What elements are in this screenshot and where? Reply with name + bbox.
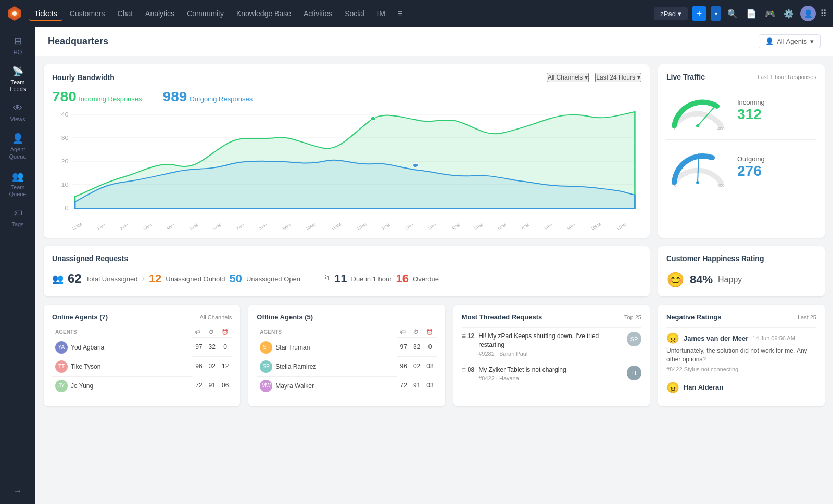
threaded-title: Most Threaded Requests [462, 313, 542, 321]
overdue-count: 16 [396, 272, 409, 286]
settings-icon[interactable]: ⚙️ [781, 7, 796, 21]
open-label: Unassigned Open [246, 275, 300, 283]
add-dropdown-button[interactable]: ▾ [711, 6, 721, 21]
search-icon[interactable]: 🔍 [725, 7, 740, 21]
sidebar-item-tags[interactable]: 🏷 Tags [2, 204, 33, 231]
negative-ratings-title: Negative Ratings [666, 313, 721, 321]
online-agents-header: Online Agents (7) All Channels [52, 313, 232, 321]
sidebar: ⊞ HQ 📡 TeamFeeds 👁 Views 👤 AgentQueue 👥 … [0, 27, 35, 504]
documents-icon[interactable]: 📄 [744, 7, 759, 21]
sidebar-item-team-queue[interactable]: 👥 TeamQueue [2, 166, 33, 202]
due-count: 11 [334, 272, 347, 286]
happiness-card: Customer Happiness Rating 😊 84% Happy [658, 246, 825, 296]
nav-item-im[interactable]: IM [372, 6, 390, 21]
channel-filter-chevron: ▾ [585, 74, 588, 81]
table-row: YA Yod Agbaria 97 32 0 [52, 338, 232, 357]
gauge-divider [666, 139, 816, 140]
happiness-value: 😊 84% Happy [666, 271, 816, 288]
incoming-gauge-value: 312 [737, 106, 765, 123]
offline-agent-name-cell: MW Mayra Walker [257, 376, 397, 395]
thread-meta: #8422 · Havana [478, 375, 566, 381]
unassigned-card: Unassigned Requests 👥 62 Total Unassigne… [44, 246, 650, 296]
thread-text: Hi! My zPad Keeps shutting down. I've tr… [478, 332, 623, 350]
thread-count: ≡ 12 [462, 332, 475, 340]
nav-item-social[interactable]: Social [339, 6, 370, 21]
nav-item-activities[interactable]: Activities [298, 6, 337, 21]
threaded-item-left: ≡ 12 Hi! My zPad Keeps shutting down. I'… [462, 332, 623, 357]
sidebar-label-hq: HQ [14, 49, 22, 55]
negative-ratings-panel: Negative Ratings Last 25 😠 James van der… [658, 305, 825, 406]
time-filter-button[interactable]: Last 24 Hours ▾ [595, 73, 641, 82]
incoming-gauge-info: Incoming 312 [737, 98, 765, 123]
onhold-count: 12 [149, 272, 161, 286]
incoming-gauge-svg: 0 400 [666, 89, 729, 131]
svg-text:400: 400 [717, 126, 725, 131]
nav-more-icon[interactable]: ≡ [393, 6, 408, 21]
sidebar-label-tags: Tags [11, 221, 23, 227]
table-row: MW Mayra Walker 72 91 03 [257, 376, 436, 395]
angry-face-icon: 😠 [666, 381, 679, 394]
live-traffic-header: Live Traffic Last 1 hour Responses [666, 73, 816, 81]
channel-filter-button[interactable]: All Channels ▾ [547, 73, 589, 82]
sidebar-item-hq[interactable]: ⊞ HQ [2, 31, 33, 59]
apps-icon[interactable]: ⠿ [820, 8, 827, 19]
nav-item-tickets[interactable]: Tickets [29, 6, 62, 21]
zpad-chevron-icon: ▾ [678, 10, 681, 18]
agent-name-cell: TT Tike Tyson [52, 357, 192, 376]
outgoing-gauge-section: 0 400 Outgoing 276 [666, 146, 816, 188]
page-header: Headquarters 👤 All Agents ▾ [35, 27, 833, 56]
nav-item-chat[interactable]: Chat [112, 6, 138, 21]
tags-icon: 🏷 [13, 208, 22, 219]
agents-col-header: AGENTS [52, 327, 192, 338]
clock-icon: ⏱ [322, 274, 330, 283]
nav-item-customers[interactable]: Customers [65, 6, 110, 21]
offline-tag-col: 🏷 [397, 327, 410, 338]
svg-point-18 [696, 181, 699, 184]
online-agents-tbody: YA Yod Agbaria 97 32 0 TT Tike Tys [52, 338, 232, 395]
agents-filter-chevron: ▾ [810, 37, 814, 45]
sidebar-expand-icon[interactable]: → [9, 482, 26, 500]
neg-name: James van der Meer [684, 334, 748, 342]
dashboard-grid: Hourly Bandwidth All Channels ▾ Last 24 … [35, 56, 833, 415]
sidebar-item-agent-queue[interactable]: 👤 AgentQueue [2, 128, 33, 164]
add-button[interactable]: + [692, 6, 706, 21]
negative-ratings-badge: Last 25 [798, 314, 816, 320]
live-traffic-title: Live Traffic [666, 73, 705, 81]
unassigned-total: 👥 62 Total Unassigned [52, 272, 137, 286]
outgoing-label: Outgoing Responses [190, 95, 253, 103]
table-row: SR Stella Ramirez 96 02 08 [257, 357, 436, 376]
sidebar-item-views[interactable]: 👁 Views [2, 99, 33, 126]
table-row: TT Tike Tyson 96 02 12 [52, 357, 232, 376]
total-count: 62 [68, 272, 82, 286]
nav-item-analytics[interactable]: Analytics [140, 6, 180, 21]
thread-meta: #9282 · Sarah Paul [478, 351, 623, 357]
agent-avatar: YA [55, 341, 68, 354]
outgoing-gauge-label: Outgoing [737, 155, 765, 163]
agents-filter-icon: 👤 [765, 37, 774, 45]
gamepad-icon[interactable]: 🎮 [763, 7, 777, 21]
logo-icon[interactable] [6, 5, 23, 22]
unassigned-title: Unassigned Requests [52, 254, 641, 263]
bottom-row: Online Agents (7) All Channels AGENTS 🏷 … [44, 305, 825, 406]
offline-agents-col-header: AGENTS [257, 327, 397, 338]
happiness-label: Happy [718, 275, 742, 285]
svg-text:0: 0 [674, 183, 677, 188]
nav-item-community[interactable]: Community [182, 6, 229, 21]
outgoing-gauge-svg: 0 400 [666, 146, 729, 188]
bandwidth-chart: 40 30 20 10 0 [52, 109, 641, 224]
nav-item-knowledge-base[interactable]: Knowledge Base [231, 6, 296, 21]
views-icon: 👁 [13, 103, 22, 114]
sidebar-item-team-feeds[interactable]: 📡 TeamFeeds [2, 61, 33, 97]
offline-agent-name-cell: ST Star Truman [257, 338, 397, 357]
time-filter-chevron: ▾ [637, 74, 640, 81]
list-item: 😠 Han Alderan [666, 377, 816, 398]
offline-agent-avatar: SR [260, 360, 272, 373]
user-avatar[interactable]: 👤 [800, 6, 816, 21]
zpad-button[interactable]: zPad ▾ [654, 7, 688, 20]
main-content: Headquarters 👤 All Agents ▾ Hourly Bandw… [35, 27, 833, 504]
agents-filter-button[interactable]: 👤 All Agents ▾ [759, 34, 821, 48]
thread-content: My Zylker Tablet is not charging #8422 ·… [478, 366, 566, 382]
x-axis-labels: 12AM 1AM 2AM 3AM 4AM 5AM 6AM 7AM 8AM 9AM… [52, 225, 641, 229]
svg-point-2 [12, 11, 17, 16]
angry-face-icon: 😠 [666, 332, 679, 344]
